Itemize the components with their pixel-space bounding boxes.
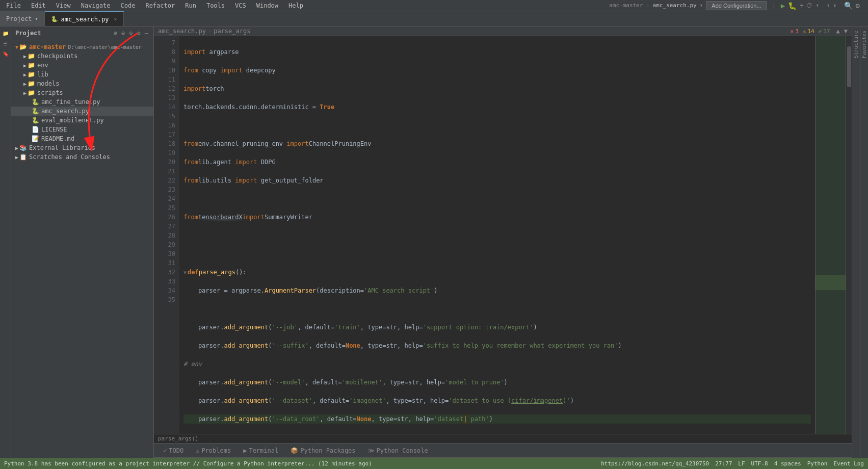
bookmarks-icon[interactable]: 🔖 [1, 49, 10, 58]
minimap[interactable] [815, 36, 846, 434]
expand-all-icon[interactable]: ⊕ [113, 29, 118, 38]
terminal-icon: ▶ [243, 447, 247, 454]
debug-button[interactable]: 🐛 [788, 2, 797, 10]
menu-item-help[interactable]: Help [286, 1, 305, 10]
status-url[interactable]: https://blog.csdn.net/qq_4230750 [601, 460, 709, 467]
vcs-button[interactable]: ⬆ [826, 2, 830, 9]
code-line-14: from lib.utils import get_output_folder [183, 176, 811, 185]
tree-item-env[interactable]: ▶ 📁 env [11, 61, 153, 70]
menu-item-run[interactable]: Run [183, 1, 198, 10]
run-button[interactable]: ▶ [781, 2, 785, 10]
terminal-label: Terminal [249, 447, 278, 454]
editor-header: amc_search.py › parse_args ✕ 3 ⚠ 14 ✔ 17… [154, 27, 852, 36]
menu-bar: File Edit View Navigate Code Refactor Ru… [0, 0, 868, 11]
root-arrow: ▼ [15, 44, 18, 50]
tree-item-checkpoints[interactable]: ▶ 📁 checkpoints [11, 51, 153, 61]
profile-button[interactable]: ⏱ [806, 2, 812, 9]
menu-item-tools[interactable]: Tools [204, 1, 227, 10]
tree-item-lib[interactable]: ▶ 📁 lib [11, 70, 153, 79]
tree-item-license[interactable]: 📄 LICENSE [11, 125, 153, 134]
code-editor[interactable]: import argparse from copy import deepcop… [179, 36, 815, 434]
code-line-25: parser.add_argument('--model', default='… [183, 378, 811, 387]
project-panel-tab[interactable]: Project ▾ [0, 11, 45, 26]
code-line-12: from env.channel_pruning_env import Chan… [183, 139, 811, 148]
root-folder-icon: 📂 [19, 43, 27, 50]
tab-close-icon[interactable]: × [114, 16, 117, 22]
menu-item-code[interactable]: Code [119, 1, 138, 10]
file-tab-amc-search[interactable]: 🐍 amc_search.py × [45, 11, 124, 26]
bottom-panel: ✓ TODO ⚠ Problems ▶ Terminal 📦 Python Pa… [154, 443, 852, 458]
coverage-button[interactable]: ☂ [800, 2, 803, 9]
status-line-sep[interactable]: LF [738, 460, 745, 467]
error-badge[interactable]: ✕ 3 [791, 28, 799, 35]
main-layout: 📁 ☰ 🔖 Project ⊕ ⊖ ⊙ ⚙ — ▼ 📂 amc-master D… [0, 27, 868, 458]
status-git-message[interactable]: Python 3.8 has been configured as a proj… [4, 460, 372, 467]
tab-terminal[interactable]: ▶ Terminal [238, 446, 283, 455]
tree-item-amc-search[interactable]: 🐍 amc_search.py [11, 107, 153, 116]
search-button[interactable]: 🔍 [844, 2, 853, 10]
vertical-scrollbar[interactable] [846, 36, 852, 434]
favorites-side-panel[interactable]: Favorites [860, 27, 868, 458]
warning-badge[interactable]: ⚠ 14 [803, 28, 814, 35]
tree-item-scratches[interactable]: ▶ 📋 Scratches and Consoles [11, 152, 153, 162]
readme-icon: 📝 [32, 135, 39, 142]
add-configuration-button[interactable]: Add Configuration... [706, 1, 767, 10]
ok-badge[interactable]: ✔ 17 [819, 28, 830, 35]
function-label: parse_args() [158, 435, 198, 442]
menu-item-navigate[interactable]: Navigate [79, 1, 113, 10]
menu-item-vcs[interactable]: VCS [233, 1, 248, 10]
dropdown-icon[interactable]: ▾ [700, 2, 703, 9]
structure-icon[interactable]: ☰ [1, 39, 10, 48]
tab-python-console[interactable]: ≫ Python Console [363, 446, 433, 455]
tree-item-eval-mobilenet[interactable]: 🐍 eval_mobilenet.py [11, 116, 153, 125]
amc-fine-tune-label: amc_fine_tune.py [41, 98, 100, 106]
settings-button[interactable]: ⚙ [856, 2, 860, 10]
tab-python-packages[interactable]: 📦 Python Packages [285, 446, 360, 455]
status-encoding[interactable]: UTF-8 [751, 460, 768, 467]
breadcrumb-filename: amc_search.py [158, 28, 206, 35]
menu-item-view[interactable]: View [54, 1, 73, 10]
code-line-28: parser.add_argument('--preserve_ratio', … [183, 433, 811, 434]
minimize-tree-icon[interactable]: — [144, 29, 149, 38]
menu-item-edit[interactable]: Edit [29, 1, 48, 10]
project-view-icon[interactable]: 📁 [1, 29, 10, 38]
tab-problems[interactable]: ⚠ Problems [191, 446, 236, 455]
scratches-icon: 📋 [19, 153, 27, 161]
collapse-all-icon[interactable]: ⊖ [120, 29, 126, 38]
settings-tree-icon[interactable]: ⚙ [136, 29, 142, 38]
tree-item-external-libs[interactable]: ▶ 📚 External Libraries [11, 143, 153, 152]
checkpoints-arrow: ▶ [23, 54, 27, 59]
models-label: models [37, 80, 59, 87]
lib-folder-icon: 📁 [28, 71, 35, 78]
todo-icon: ✓ [163, 447, 167, 454]
problems-icon: ⚠ [196, 447, 199, 454]
tree-root-amc-master[interactable]: ▼ 📂 amc-master D:\amc-master\amc-master [11, 42, 153, 51]
problems-label: Problems [201, 447, 231, 454]
status-language[interactable]: Python [807, 460, 828, 467]
menu-item-window[interactable]: Window [254, 1, 280, 10]
status-event-log[interactable]: Event Log [833, 460, 864, 467]
vcs-down-button[interactable]: ⬇ [833, 2, 836, 9]
breadcrumb-sep: › [208, 28, 212, 35]
tree-item-models[interactable]: ▶ 📁 models [11, 79, 153, 88]
tab-todo[interactable]: ✓ TODO [158, 446, 189, 455]
project-tab-dropdown-icon[interactable]: ▾ [35, 16, 38, 21]
more-run-options[interactable]: ▾ [816, 2, 819, 9]
warning-gutter-icon: ⚠ [179, 415, 180, 424]
structure-side-panel[interactable]: Structure [852, 27, 860, 458]
status-line-col[interactable]: 27:77 [715, 460, 732, 467]
menu-item-file[interactable]: File [4, 1, 23, 10]
root-label: amc-master [29, 43, 66, 50]
collapse-hints-icon[interactable]: ▼ [844, 28, 848, 35]
menu-item-refactor[interactable]: Refactor [143, 1, 177, 10]
expand-hints-icon[interactable]: ▲ [836, 28, 840, 35]
autoscroll-icon[interactable]: ⊙ [128, 29, 134, 38]
code-line-27: ⚠ parser.add_argument('--data_root', def… [183, 414, 811, 424]
models-folder-icon: 📁 [28, 80, 35, 87]
tree-item-scripts[interactable]: ▶ 📁 scripts [11, 88, 153, 97]
code-line-9: import torch [183, 84, 811, 93]
tree-item-amc-fine-tune[interactable]: 🐍 amc_fine_tune.py [11, 97, 153, 107]
tree-item-readme[interactable]: 📝 README.md [11, 134, 153, 143]
status-indent[interactable]: 4 spaces [774, 460, 801, 467]
readme-label: README.md [41, 135, 74, 142]
